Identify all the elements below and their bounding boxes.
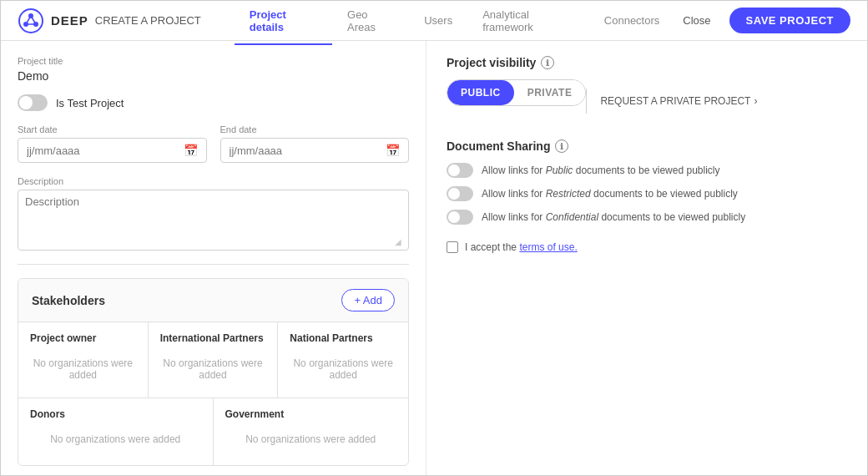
header-actions: Close SAVE PROJECT: [674, 8, 850, 33]
logo-area: DEEP CREATE A PROJECT: [18, 8, 201, 34]
project-title-value: Demo: [18, 69, 409, 83]
nav-tabs: Project details Geo Areas Users Analytic…: [235, 0, 675, 45]
start-date-input[interactable]: [27, 144, 184, 157]
sharing-row-restricted: Allow links for Restricted documents to …: [447, 186, 847, 201]
stakeholders-section: Stakeholders + Add Project owner No orga…: [18, 278, 409, 466]
doc-sharing-section: Document Sharing ℹ Allow links for Publi…: [447, 139, 847, 225]
request-private-button[interactable]: REQUEST A PRIVATE PROJECT ›: [586, 89, 770, 114]
chevron-right-icon: ›: [754, 95, 757, 107]
donors-col: Donors No organizations were added: [18, 398, 214, 465]
end-date-field: End date 📅: [220, 124, 410, 163]
start-date-field: Start date 📅: [18, 124, 207, 163]
doc-sharing-info-icon[interactable]: ℹ: [555, 139, 568, 153]
intl-partners-title: International Partners: [160, 332, 266, 344]
is-test-toggle[interactable]: [18, 94, 48, 111]
right-panel: Project visibility ℹ PUBLIC PRIVATE REQU…: [426, 41, 867, 475]
svg-point-0: [19, 9, 43, 33]
visibility-info-icon[interactable]: ℹ: [541, 56, 554, 69]
stakeholders-header: Stakeholders + Add: [18, 279, 408, 322]
main-content: Project title Demo Is Test Project Start…: [1, 41, 867, 475]
description-label: Description: [18, 176, 409, 186]
save-project-button[interactable]: SAVE PROJECT: [729, 8, 850, 33]
start-date-calendar-icon[interactable]: 📅: [184, 144, 198, 157]
government-empty: No organizations were added: [225, 427, 397, 452]
sharing-text-confidential: Allow links for Confidential documents t…: [482, 211, 745, 223]
create-project-label: CREATE A PROJECT: [95, 14, 201, 27]
terms-link[interactable]: terms of use.: [519, 241, 577, 253]
project-owner-title: Project owner: [30, 332, 136, 344]
end-date-wrapper: 📅: [220, 138, 410, 163]
end-date-label: End date: [220, 124, 410, 134]
description-input[interactable]: [25, 194, 401, 235]
terms-text: I accept the terms of use.: [465, 241, 578, 253]
project-owner-empty: No organizations were added: [30, 351, 136, 387]
app-header: DEEP CREATE A PROJECT Project details Ge…: [1, 1, 867, 41]
stakeholders-title: Stakeholders: [32, 294, 105, 307]
visibility-section: Project visibility ℹ PUBLIC PRIVATE REQU…: [447, 56, 847, 123]
public-visibility-button[interactable]: PUBLIC: [447, 80, 514, 105]
terms-row: I accept the terms of use.: [447, 241, 847, 253]
left-panel: Project title Demo Is Test Project Start…: [1, 41, 426, 475]
doc-sharing-title: Document Sharing ℹ: [447, 139, 847, 153]
public-docs-toggle[interactable]: [447, 163, 473, 178]
project-title-field: Project title Demo: [18, 56, 409, 83]
svg-line-5: [31, 16, 36, 24]
project-title-label: Project title: [18, 56, 409, 66]
add-stakeholder-button[interactable]: + Add: [341, 289, 395, 311]
start-date-wrapper: 📅: [18, 138, 207, 163]
test-project-toggle-row: Is Test Project: [18, 94, 409, 111]
government-title: Government: [225, 408, 397, 420]
divider: [18, 264, 409, 265]
svg-line-4: [26, 16, 31, 24]
tab-analytical-framework[interactable]: Analytical framework: [467, 0, 589, 45]
donors-title: Donors: [30, 408, 201, 420]
tab-geo-areas[interactable]: Geo Areas: [332, 0, 409, 45]
stakeholders-grid-row2: Donors No organizations were added Gover…: [18, 398, 408, 465]
tab-connectors[interactable]: Connectors: [589, 3, 674, 38]
sharing-text-restricted: Allow links for Restricted documents to …: [482, 188, 738, 200]
description-field: Description ◢: [18, 176, 409, 251]
intl-partners-col: International Partners No organizations …: [149, 322, 279, 398]
end-date-input[interactable]: [230, 144, 386, 157]
end-date-calendar-icon[interactable]: 📅: [386, 144, 400, 157]
start-date-label: Start date: [18, 124, 207, 134]
visibility-toggle-group: PUBLIC PRIVATE: [447, 79, 586, 106]
tab-users[interactable]: Users: [409, 3, 467, 38]
terms-checkbox[interactable]: [447, 241, 458, 253]
visibility-title: Project visibility ℹ: [447, 56, 847, 69]
intl-partners-empty: No organizations were added: [160, 351, 266, 387]
description-wrapper: ◢: [18, 190, 409, 251]
natl-partners-col: National Partners No organizations were …: [278, 322, 408, 398]
donors-empty: No organizations were added: [30, 427, 201, 452]
sharing-text-public: Allow links for Public documents to be v…: [482, 165, 719, 176]
confidential-docs-toggle[interactable]: [447, 210, 473, 225]
resize-handle: ◢: [25, 238, 401, 246]
close-button[interactable]: Close: [674, 9, 719, 32]
stakeholders-grid-row1: Project owner No organizations were adde…: [18, 322, 408, 398]
tab-project-details[interactable]: Project details: [235, 0, 332, 45]
logo-text: DEEP: [51, 13, 88, 28]
date-row: Start date 📅 End date 📅: [18, 124, 409, 163]
project-owner-col: Project owner No organizations were adde…: [18, 322, 149, 398]
is-test-label: Is Test Project: [56, 97, 124, 109]
natl-partners-empty: No organizations were added: [290, 351, 396, 387]
restricted-docs-toggle[interactable]: [447, 186, 473, 201]
sharing-row-public: Allow links for Public documents to be v…: [447, 163, 847, 178]
government-col: Government No organizations were added: [214, 398, 409, 465]
natl-partners-title: National Partners: [290, 332, 396, 344]
visibility-controls: PUBLIC PRIVATE REQUEST A PRIVATE PROJECT…: [447, 79, 847, 123]
private-visibility-button[interactable]: PRIVATE: [514, 80, 586, 105]
sharing-row-confidential: Allow links for Confidential documents t…: [447, 210, 847, 225]
deep-logo-icon: [18, 8, 44, 34]
